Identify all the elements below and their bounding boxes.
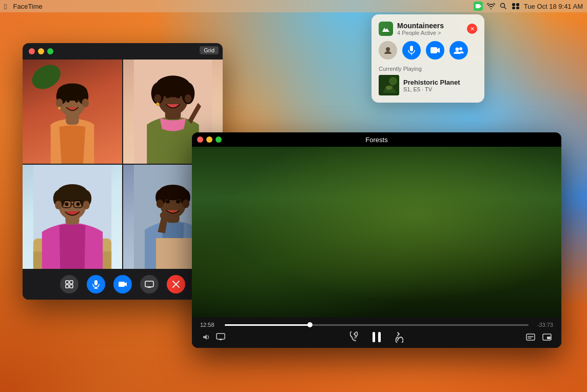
svg-rect-70: [431, 47, 437, 53]
svg-point-23: [185, 94, 192, 103]
controls-right: [524, 331, 553, 343]
tv-close-button[interactable]: [197, 136, 203, 143]
facetime-layout-button[interactable]: [60, 275, 79, 293]
svg-text:10: 10: [396, 336, 399, 339]
facetime-mic-button[interactable]: [87, 275, 105, 293]
svg-text:10: 10: [354, 336, 357, 339]
shareplay-group-subtitle[interactable]: 4 People Active >: [397, 30, 444, 36]
svg-point-48: [156, 200, 164, 208]
forward-button[interactable]: 10: [391, 331, 403, 343]
progress-track[interactable]: [225, 324, 529, 326]
shareplay-close-button[interactable]: ✕: [467, 24, 477, 34]
apple-menu[interactable]: : [4, 2, 7, 11]
wifi-icon[interactable]: [487, 2, 495, 10]
facetime-menu-label[interactable]: FaceTime: [13, 3, 42, 10]
shareplay-profile-button[interactable]: [379, 41, 397, 60]
facetime-minimize-button[interactable]: [38, 48, 44, 54]
tv-controls-bar: 12:58 -33:73: [192, 317, 561, 348]
tv-traffic-lights[interactable]: [197, 136, 222, 143]
tv-window-title: Forests: [365, 136, 387, 144]
video-background: [192, 147, 561, 317]
svg-point-22: [154, 94, 162, 103]
tv-minimize-button[interactable]: [206, 136, 212, 143]
svg-point-13: [66, 99, 70, 103]
current-time: 12:58: [200, 322, 220, 328]
airplay-icon[interactable]: [214, 331, 227, 343]
remaining-time: -33:73: [534, 322, 553, 328]
shareplay-group-name: Mountaineers: [397, 22, 444, 30]
svg-point-40: [65, 203, 69, 206]
now-playing-row: Prehistoric Planet S1, E5 · TV: [379, 75, 477, 95]
facetime-end-call-button[interactable]: [167, 275, 185, 293]
controls-row: 10 10: [200, 331, 553, 343]
menubar-datetime: Tue Oct 18 9:41 AM: [524, 3, 583, 10]
progress-fill: [225, 324, 310, 326]
facetime-screen-share-button[interactable]: [140, 275, 159, 293]
svg-rect-55: [70, 281, 73, 284]
svg-rect-2: [516, 3, 519, 6]
pause-button[interactable]: [370, 331, 383, 343]
grid-view-button[interactable]: Grid: [200, 46, 219, 54]
now-playing-info: Prehistoric Planet S1, E5 · TV: [403, 79, 477, 92]
svg-point-51: [176, 200, 180, 204]
svg-point-52: [160, 211, 170, 220]
svg-point-72: [459, 47, 462, 50]
control-center-icon[interactable]: [512, 2, 520, 10]
svg-rect-108: [378, 332, 381, 342]
menubar:  FaceTime: [0, 0, 587, 12]
now-playing-thumbnail: [379, 75, 399, 95]
shareplay-title-group: Mountaineers 4 People Active >: [379, 22, 444, 36]
shareplay-people-button[interactable]: [449, 41, 468, 60]
tv-fullscreen-button[interactable]: [216, 136, 222, 143]
shareplay-actions: [379, 41, 477, 60]
tv-player-window: Forests: [192, 132, 561, 348]
svg-point-35: [55, 201, 62, 209]
spotlight-search-icon[interactable]: [499, 2, 507, 10]
svg-point-24: [156, 103, 160, 106]
svg-rect-57: [70, 285, 73, 288]
svg-rect-61: [119, 282, 125, 287]
svg-rect-110: [526, 334, 535, 340]
svg-point-25: [166, 95, 170, 99]
volume-icon[interactable]: [200, 331, 212, 343]
menubar-right: Tue Oct 18 9:41 AM: [474, 2, 583, 11]
controls-left: [200, 331, 227, 343]
shareplay-mic-button[interactable]: [402, 41, 421, 60]
svg-point-36: [83, 201, 90, 209]
svg-point-26: [176, 95, 180, 99]
svg-point-75: [386, 86, 392, 90]
now-playing-subtitle: S1, E5 · TV: [403, 86, 477, 92]
facetime-titlebar: Grid: [23, 43, 223, 60]
svg-rect-1: [512, 3, 515, 6]
tv-video-content[interactable]: [192, 147, 561, 317]
svg-rect-105: [217, 334, 225, 339]
menubar-left:  FaceTime: [4, 2, 43, 11]
shareplay-camera-button[interactable]: [426, 41, 444, 60]
svg-point-67: [386, 47, 390, 51]
progress-thumb[interactable]: [307, 322, 312, 327]
svg-rect-56: [66, 285, 69, 288]
show-episode: S1, E5: [403, 86, 420, 92]
facetime-participant-3: [23, 165, 122, 269]
now-playing-title: Prehistoric Planet: [403, 79, 477, 86]
facetime-camera-button[interactable]: [113, 275, 132, 293]
facetime-close-button[interactable]: [29, 48, 35, 54]
facetime-status-icon[interactable]: [474, 2, 483, 11]
show-type: TV: [425, 86, 432, 92]
shareplay-panel: Mountaineers 4 People Active > ✕: [371, 14, 484, 103]
svg-point-15: [58, 107, 61, 109]
facetime-fullscreen-button[interactable]: [47, 48, 53, 54]
svg-point-71: [456, 48, 459, 51]
svg-rect-4: [516, 7, 519, 9]
tv-titlebar: Forests: [192, 132, 561, 147]
svg-point-50: [166, 200, 170, 204]
svg-rect-54: [66, 281, 69, 284]
subtitles-icon[interactable]: [524, 331, 537, 343]
rewind-button[interactable]: 10: [350, 331, 362, 343]
svg-point-49: [183, 200, 190, 208]
shareplay-group-info: Mountaineers 4 People Active >: [397, 22, 444, 36]
facetime-traffic-lights[interactable]: [29, 48, 53, 54]
pip-icon[interactable]: [541, 331, 553, 343]
shareplay-group-icon: [379, 22, 393, 36]
svg-point-11: [56, 99, 63, 107]
